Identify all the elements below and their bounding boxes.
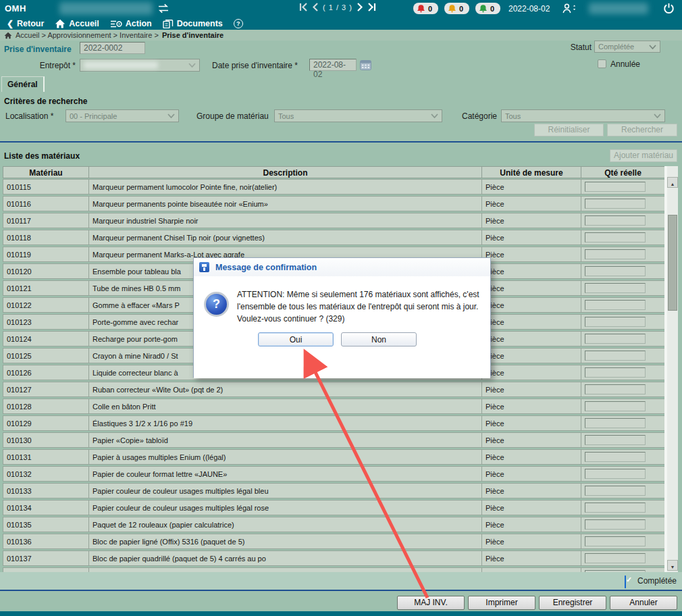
maj-inv-button[interactable]: MAJ INV. — [397, 596, 465, 610]
qty-input[interactable] — [585, 317, 646, 327]
material-id-cell: 010128 — [3, 399, 89, 414]
last-page-icon[interactable] — [368, 3, 376, 11]
save-button[interactable]: Enregistrer — [539, 596, 606, 610]
qty-input[interactable] — [585, 553, 646, 563]
criteria-title: Critères de recherche — [4, 97, 87, 106]
sync-icon[interactable] — [157, 3, 170, 17]
next-page-icon[interactable] — [357, 3, 363, 11]
material-unit-cell — [481, 567, 581, 572]
qty-input[interactable] — [585, 182, 646, 192]
qty-input[interactable] — [585, 401, 646, 411]
topband: OMH ( 1 / 3 ) 0 0 0 2022-08 — [0, 0, 682, 30]
qty-input[interactable] — [585, 367, 646, 378]
search-button[interactable]: Rechercher — [607, 124, 677, 136]
tab-general[interactable]: Général — [1, 76, 45, 92]
col-unite[interactable]: Unité de mesure — [481, 166, 581, 178]
footer-buttons: MAJ INV. Imprimer Enregistrer Annuler — [397, 596, 677, 610]
qty-input[interactable] — [585, 266, 646, 276]
qty-input[interactable] — [585, 435, 646, 445]
material-unit-cell: Pièce — [481, 466, 581, 482]
alert-green-badge[interactable]: 0 — [475, 3, 500, 14]
scroll-down-button[interactable] — [667, 560, 678, 571]
breadcrumb-home-icon[interactable] — [4, 32, 12, 39]
material-qty-cell — [581, 399, 665, 414]
col-materiau[interactable]: Matériau — [3, 166, 89, 178]
groupe-materiau-select[interactable]: Tous — [274, 109, 442, 122]
table-row: 010116 Marqueur permanents pointe biseau… — [3, 196, 666, 211]
alert-red-count: 0 — [428, 5, 432, 13]
qty-input[interactable] — [585, 215, 646, 226]
documents-icon — [163, 20, 174, 28]
alert-red-badge[interactable]: 0 — [413, 3, 438, 14]
reset-button[interactable]: Réinitialiser — [534, 124, 604, 136]
qty-input[interactable] — [585, 351, 646, 361]
add-material-button[interactable]: Ajouter matériau — [610, 149, 677, 162]
user-icon[interactable] — [562, 3, 575, 16]
power-icon[interactable] — [663, 3, 675, 17]
material-qty-cell — [581, 382, 665, 397]
completed-checkbox[interactable] — [625, 575, 626, 588]
qty-input[interactable] — [585, 384, 646, 394]
no-button[interactable]: Non — [341, 332, 417, 346]
breadcrumb-path[interactable]: Accueil > Approvisionnement > Inventaire… — [16, 31, 159, 39]
qty-input[interactable] — [585, 199, 646, 209]
qty-input[interactable] — [585, 469, 646, 479]
material-id-cell: 010129 — [3, 415, 89, 431]
titlebar: OMH ( 1 / 3 ) 0 0 0 2022-08 — [0, 0, 682, 18]
nav-documents[interactable]: Documents — [163, 19, 223, 28]
localisation-select[interactable]: 00 - Principale — [65, 109, 179, 122]
qty-input[interactable] — [585, 486, 646, 496]
inventory-number-field[interactable]: 2022-0002 — [80, 42, 145, 54]
material-id-cell: 010136 — [3, 534, 89, 549]
dialog-message: ATTENTION: Même si seulement 176 matéria… — [237, 288, 484, 326]
calendar-icon[interactable] — [360, 59, 371, 73]
entrepot-select[interactable] — [80, 59, 200, 72]
qty-input[interactable] — [585, 503, 646, 513]
scroll-thumb[interactable] — [668, 215, 677, 311]
qty-input[interactable] — [585, 249, 646, 259]
material-qty-cell — [581, 247, 665, 262]
table-scrollbar[interactable] — [667, 166, 678, 572]
help-icon[interactable] — [234, 19, 243, 28]
col-qte-reelle[interactable]: Qté réelle — [581, 166, 665, 178]
print-button[interactable]: Imprimer — [468, 596, 535, 610]
chevron-down-icon — [654, 113, 661, 118]
material-description-cell — [88, 567, 482, 572]
scroll-up-button[interactable] — [667, 177, 678, 188]
yes-button[interactable]: Oui — [258, 332, 334, 346]
categorie-value: Tous — [505, 112, 521, 120]
alert-yellow-badge[interactable]: 0 — [444, 3, 469, 14]
qty-input[interactable] — [585, 418, 646, 428]
material-qty-cell — [581, 567, 665, 572]
nav-action[interactable]: Action — [110, 19, 152, 28]
first-page-icon[interactable] — [299, 3, 307, 11]
dialog-titlebar[interactable]: Message de confirmation — [194, 258, 490, 276]
qty-input[interactable] — [585, 334, 646, 344]
qty-input[interactable] — [585, 300, 646, 310]
table-row: 010133 Papier couleur de couleur usages … — [3, 483, 666, 498]
material-unit-cell: Pièce — [481, 550, 581, 566]
material-qty-cell — [581, 534, 665, 549]
annulee-checkbox[interactable] — [598, 59, 606, 68]
material-id-cell: 010135 — [3, 517, 89, 532]
redacted-area — [84, 61, 158, 69]
material-description-cell: Papier couleur de couleur usages multipl… — [88, 500, 482, 515]
qty-input[interactable] — [585, 519, 646, 530]
chevron-down-icon — [188, 63, 196, 68]
qty-input[interactable] — [585, 283, 646, 293]
statut-select[interactable]: Complétée — [594, 41, 660, 53]
qty-input[interactable] — [585, 232, 646, 242]
material-qty-cell — [581, 483, 665, 498]
col-description[interactable]: Description — [88, 166, 482, 178]
qty-input[interactable] — [585, 536, 646, 546]
material-unit-cell: Pièce — [481, 230, 581, 245]
previous-page-icon[interactable] — [312, 3, 318, 11]
inventory-date-field[interactable]: 2022-08-02 — [309, 59, 357, 71]
nav-accueil[interactable]: Accueil — [55, 19, 99, 28]
material-qty-cell — [581, 348, 665, 363]
cancel-button[interactable]: Annuler — [610, 596, 677, 610]
qty-input[interactable] — [585, 452, 646, 462]
groupe-materiau-label: Groupe de matériau — [196, 111, 269, 121]
nav-retour[interactable]: Retour — [7, 19, 44, 28]
categorie-select[interactable]: Tous — [501, 109, 665, 122]
